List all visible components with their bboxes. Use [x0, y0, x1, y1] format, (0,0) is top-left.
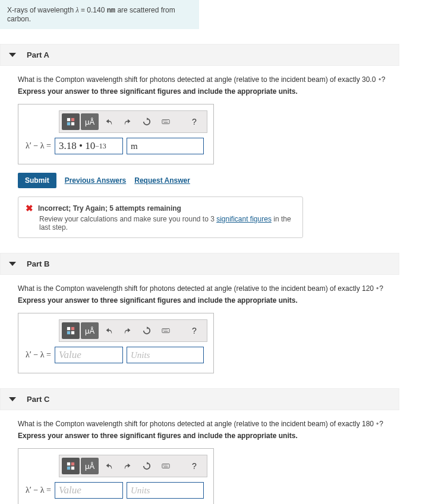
- feedback-title: Incorrect; Try Again; 5 attempts remaini…: [38, 204, 181, 213]
- svg-rect-9: [67, 327, 70, 330]
- template-icon[interactable]: [62, 322, 80, 339]
- answer-toolbar: μÅ ?: [59, 455, 207, 477]
- part-c-header[interactable]: Part C: [0, 388, 399, 410]
- template-icon[interactable]: [62, 458, 80, 474]
- keyboard-icon[interactable]: [157, 113, 175, 130]
- svg-rect-24: [165, 465, 166, 465]
- svg-rect-25: [166, 465, 168, 465]
- undo-icon[interactable]: [100, 458, 118, 474]
- incorrect-icon: ✖: [26, 203, 33, 214]
- part-a-answer-box: μÅ ? λ′ − λ = 3.18 • 10−13 m: [18, 104, 214, 164]
- svg-rect-18: [67, 462, 70, 465]
- undo-icon[interactable]: [100, 113, 118, 130]
- svg-rect-19: [71, 462, 74, 465]
- collapse-icon: [9, 262, 16, 266]
- redo-icon[interactable]: [119, 322, 137, 339]
- undo-icon[interactable]: [100, 322, 118, 339]
- redo-icon[interactable]: [119, 113, 137, 130]
- reset-icon[interactable]: [138, 113, 156, 130]
- svg-rect-8: [164, 122, 168, 123]
- svg-rect-26: [164, 467, 168, 467]
- value-input[interactable]: Value: [55, 347, 123, 363]
- unit-mu-a-button[interactable]: μÅ: [81, 322, 99, 339]
- keyboard-icon[interactable]: [157, 458, 175, 474]
- units-input[interactable]: Units: [127, 347, 204, 363]
- part-a-question: What is the Compton wavelength shift for…: [18, 75, 432, 84]
- feedback-box: ✖ Incorrect; Try Again; 5 attempts remai…: [18, 196, 303, 238]
- svg-rect-1: [71, 118, 74, 121]
- equation-label: λ′ − λ =: [26, 141, 51, 151]
- svg-rect-13: [162, 329, 169, 333]
- units-input[interactable]: Units: [127, 482, 204, 499]
- svg-rect-12: [71, 331, 74, 334]
- svg-rect-10: [71, 327, 74, 330]
- svg-rect-14: [163, 329, 165, 330]
- svg-rect-0: [67, 118, 70, 121]
- value-input[interactable]: 3.18 • 10−13: [55, 138, 123, 154]
- previous-answers-link[interactable]: Previous Answers: [65, 176, 127, 185]
- value-input[interactable]: Value: [55, 482, 123, 499]
- intro-text: X-rays of wavelength λ = 0.140 nm are sc…: [7, 6, 175, 23]
- reset-icon[interactable]: [138, 322, 156, 339]
- part-c-question: What is the Compton wavelength shift for…: [18, 420, 432, 428]
- template-icon[interactable]: [62, 113, 80, 130]
- svg-rect-15: [165, 329, 166, 330]
- units-input[interactable]: m: [127, 138, 204, 154]
- part-a-header[interactable]: Part A: [0, 44, 399, 66]
- keyboard-icon[interactable]: [157, 322, 175, 339]
- part-c: Part C What is the Compton wavelength sh…: [0, 388, 432, 504]
- part-b-title: Part B: [27, 259, 49, 268]
- answer-toolbar: μÅ ?: [59, 110, 207, 133]
- collapse-icon: [9, 397, 16, 401]
- svg-rect-3: [71, 122, 74, 125]
- part-c-title: Part C: [27, 395, 49, 404]
- help-icon[interactable]: ?: [185, 113, 203, 130]
- svg-rect-7: [166, 121, 168, 121]
- redo-icon[interactable]: [119, 458, 137, 474]
- equation-label: λ′ − λ =: [26, 350, 51, 360]
- request-answer-link[interactable]: Request Answer: [134, 176, 190, 185]
- part-b-question: What is the Compton wavelength shift for…: [18, 284, 432, 293]
- equation-label: λ′ − λ =: [26, 486, 51, 495]
- reset-icon[interactable]: [138, 458, 156, 474]
- svg-rect-20: [67, 467, 70, 470]
- answer-toolbar: μÅ ?: [59, 319, 207, 342]
- part-b-header[interactable]: Part B: [0, 253, 399, 275]
- svg-rect-23: [163, 465, 165, 465]
- part-a-instruct: Express your answer to three significant…: [18, 87, 432, 96]
- help-icon[interactable]: ?: [185, 322, 203, 339]
- feedback-body: Review your calculations and make sure y…: [39, 215, 295, 232]
- svg-rect-17: [164, 331, 168, 332]
- part-c-answer-box: μÅ ? λ′ − λ = Value Units: [18, 448, 214, 504]
- part-a-title: Part A: [27, 50, 49, 59]
- svg-rect-21: [71, 467, 74, 470]
- unit-mu-a-button[interactable]: μÅ: [81, 458, 99, 474]
- sig-fig-link[interactable]: significant figures: [216, 215, 272, 223]
- svg-rect-11: [67, 331, 70, 334]
- part-a: Part A What is the Compton wavelength sh…: [0, 44, 432, 238]
- svg-rect-2: [67, 122, 70, 125]
- svg-rect-6: [165, 121, 166, 121]
- problem-intro: X-rays of wavelength λ = 0.140 nm are sc…: [0, 0, 199, 29]
- part-c-instruct: Express your answer to three significant…: [18, 432, 432, 440]
- submit-button[interactable]: Submit: [18, 173, 56, 188]
- part-b-instruct: Express your answer to three significant…: [18, 296, 432, 305]
- collapse-icon: [9, 53, 16, 57]
- svg-rect-4: [162, 120, 169, 124]
- part-b-answer-box: μÅ ? λ′ − λ = Value Units: [18, 313, 214, 373]
- part-b: Part B What is the Compton wavelength sh…: [0, 253, 432, 373]
- svg-rect-16: [166, 329, 168, 330]
- unit-mu-a-button[interactable]: μÅ: [81, 113, 99, 130]
- svg-rect-5: [163, 121, 165, 121]
- help-icon[interactable]: ?: [185, 458, 203, 474]
- svg-rect-22: [162, 464, 169, 468]
